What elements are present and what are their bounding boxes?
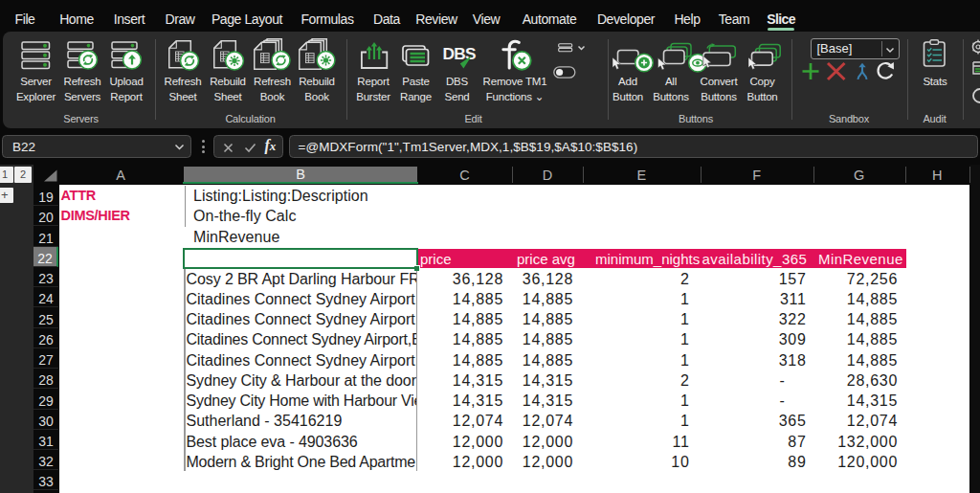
svg-text:DBS: DBS — [443, 44, 477, 63]
